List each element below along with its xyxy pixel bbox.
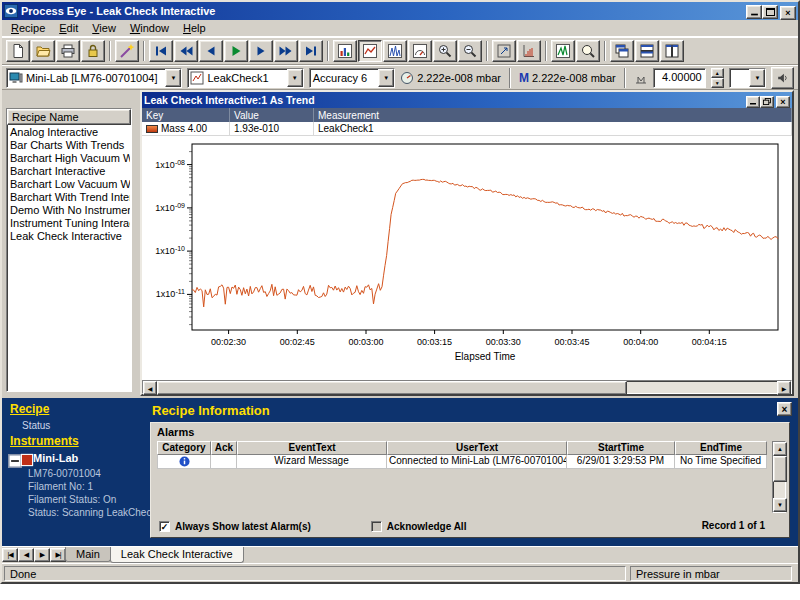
checkbox-icon[interactable]: ✓: [159, 521, 170, 532]
spin-up-icon[interactable]: ▲: [711, 68, 724, 78]
tab-prev-icon[interactable]: ◀: [18, 548, 34, 562]
log-scale-icon[interactable]: [517, 40, 541, 62]
range-combo[interactable]: ▼: [729, 68, 767, 88]
fast-forward-icon[interactable]: [274, 40, 298, 62]
step-forward-icon[interactable]: [249, 40, 273, 62]
zoom-in-icon[interactable]: [433, 40, 457, 62]
tab-leak-check-interactive[interactable]: Leak Check Interactive: [110, 547, 244, 563]
tab-last-icon[interactable]: ▶|: [50, 548, 66, 562]
tab-next-icon[interactable]: ▶: [34, 548, 50, 562]
wizard-icon[interactable]: [115, 40, 139, 62]
checkbox-icon[interactable]: [371, 521, 382, 532]
legend-col-measurement[interactable]: Measurement: [314, 108, 792, 122]
tree-node-minilab[interactable]: Mini-Lab: [8, 452, 78, 464]
restore-icon[interactable]: [760, 96, 774, 108]
nav-link-status[interactable]: Status: [22, 420, 50, 431]
tab-first-icon[interactable]: |◀: [2, 548, 18, 562]
new-recipe-icon[interactable]: [6, 40, 30, 62]
scroll-left-icon[interactable]: ◀: [143, 381, 157, 395]
panel-close-icon[interactable]: ×: [777, 402, 792, 416]
recipe-list-item[interactable]: Analog Interactive: [8, 126, 130, 139]
tab-main[interactable]: Main: [65, 547, 111, 562]
tile-horizontal-icon[interactable]: [635, 40, 659, 62]
analog-view-icon[interactable]: [408, 40, 432, 62]
recipe-list-item[interactable]: Demo With No Instrument: [8, 204, 130, 217]
instrument-combo[interactable]: Mini-Lab [LM76-00701004] ▼: [6, 68, 182, 88]
recipe-list-item[interactable]: Leak Check Interactive: [8, 230, 130, 243]
close-icon[interactable]: ×: [780, 6, 796, 20]
recipe-list-item[interactable]: Barchart Low Vacuum With ...: [8, 178, 130, 191]
instrument-combo-value: Mini-Lab [LM76-00701004]: [23, 72, 165, 84]
alarm-col-ack[interactable]: Ack: [211, 441, 237, 455]
alarm-col-usertext[interactable]: UserText: [387, 441, 567, 455]
open-recipe-icon[interactable]: [31, 40, 55, 62]
horizontal-scrollbar[interactable]: ◀ ▶: [142, 380, 792, 394]
legend-col-value[interactable]: Value: [230, 108, 314, 122]
close-icon[interactable]: ×: [776, 96, 790, 108]
toolbar-separator: [109, 41, 111, 61]
peak-view-icon[interactable]: [383, 40, 407, 62]
go-end-icon[interactable]: [299, 40, 323, 62]
speaker-icon: [776, 71, 790, 85]
peak-search-icon[interactable]: [551, 40, 575, 62]
minimize-icon[interactable]: [746, 5, 762, 19]
speaker-icon[interactable]: [771, 67, 794, 89]
tree-collapse-icon[interactable]: [8, 454, 17, 463]
menu-view[interactable]: View: [85, 21, 123, 35]
lock-icon[interactable]: [81, 40, 105, 62]
run-icon[interactable]: [224, 40, 248, 62]
scroll-right-icon[interactable]: ▶: [777, 381, 791, 395]
alarm-col-starttime[interactable]: StartTime: [567, 441, 675, 455]
scroll-up-icon[interactable]: ▲: [773, 442, 787, 456]
recipe-information-panel: RecipeStatusInstruments Mini-Lab LM76-00…: [2, 398, 798, 546]
recipe-list-item[interactable]: Barchart Interactive: [8, 165, 130, 178]
recipe-list-item[interactable]: Bar Charts With Trends: [8, 139, 130, 152]
menu-recipe[interactable]: Recipe: [4, 21, 52, 35]
legend-col-key[interactable]: Key: [142, 108, 230, 122]
maximize-icon[interactable]: [762, 5, 778, 19]
trend-view-icon[interactable]: [358, 40, 382, 62]
tile-vertical-icon[interactable]: [660, 40, 684, 62]
menu-edit[interactable]: Edit: [52, 21, 85, 35]
recipe-list-item[interactable]: Barchart With Trend Interact...: [8, 191, 130, 204]
vertical-scrollbar[interactable]: ▲ ▼: [772, 441, 786, 513]
instrument-combo-arrow-icon[interactable]: ▼: [165, 69, 181, 87]
spin-down-icon[interactable]: ▼: [711, 78, 724, 88]
range-combo-arrow-icon[interactable]: ▼: [749, 69, 765, 87]
accuracy-combo-arrow-icon[interactable]: ▼: [378, 69, 394, 87]
measurement-combo[interactable]: LeakCheck1 ▼: [187, 68, 303, 88]
recipe-list-item[interactable]: Barchart High Vacuum With ...: [8, 152, 130, 165]
scrollbar-thumb[interactable]: [773, 456, 787, 482]
alarm-col-endtime[interactable]: EndTime: [675, 441, 767, 455]
measurement-icon: [190, 71, 204, 85]
acknowledge-all-checkbox[interactable]: Acknowledge All: [371, 521, 467, 532]
menu-help[interactable]: Help: [176, 21, 213, 35]
always-show-checkbox[interactable]: ✓ Always Show latest Alarm(s): [159, 521, 311, 532]
accuracy-combo[interactable]: Accuracy 6 ▼: [309, 68, 395, 88]
menu-window[interactable]: Window: [123, 21, 176, 35]
trend-chart[interactable]: 1x10-081x10-091x10-101x10-1100:02:3000:0…: [142, 136, 792, 380]
print-icon[interactable]: [56, 40, 80, 62]
autoscale-icon[interactable]: [492, 40, 516, 62]
legend-row[interactable]: Mass 4.001.93e-010LeakCheck1: [142, 122, 792, 136]
cascade-windows-icon[interactable]: [610, 40, 634, 62]
search-icon[interactable]: [576, 40, 600, 62]
instrument-icon: [9, 71, 23, 85]
step-back-icon[interactable]: [199, 40, 223, 62]
legend-key: Mass 4.00: [142, 122, 230, 136]
alarm-row[interactable]: Wizard MessageConnected to Mini-Lab (LM7…: [157, 455, 767, 469]
nav-link-recipe[interactable]: Recipe: [10, 402, 49, 416]
zoom-out-icon[interactable]: [458, 40, 482, 62]
nav-link-instruments[interactable]: Instruments: [10, 434, 79, 448]
measurement-combo-arrow-icon[interactable]: ▼: [287, 69, 303, 87]
barchart-view-icon[interactable]: [333, 40, 357, 62]
scrollbar-thumb[interactable]: [157, 381, 627, 395]
alarm-col-category[interactable]: Category: [157, 441, 211, 455]
minimize-icon[interactable]: [746, 96, 760, 108]
rewind-icon[interactable]: [174, 40, 198, 62]
go-start-icon[interactable]: [149, 40, 173, 62]
alarm-col-eventtext[interactable]: EventText: [237, 441, 387, 455]
recipe-list-item[interactable]: Instrument Tuning Interactive: [8, 217, 130, 230]
mass-spinner[interactable]: 4.00000: [653, 68, 706, 88]
scroll-down-icon[interactable]: ▼: [773, 498, 787, 512]
